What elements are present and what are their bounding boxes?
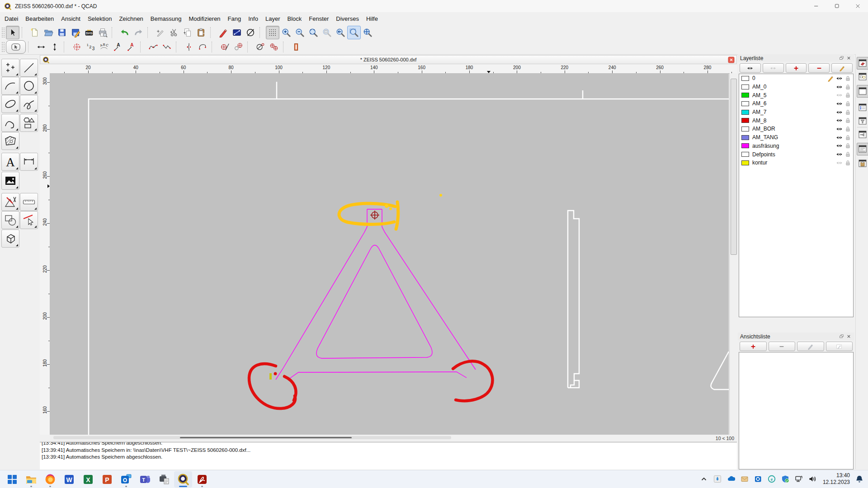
- add-view-button[interactable]: [740, 342, 767, 351]
- cursor-button[interactable]: [6, 26, 19, 39]
- layer-panel-header[interactable]: Layerliste: [738, 54, 854, 62]
- menu-block[interactable]: Block: [283, 14, 305, 24]
- layer-visible-icon[interactable]: [836, 126, 843, 132]
- undo-button[interactable]: [118, 26, 132, 39]
- taskbar-explorer[interactable]: [22, 471, 40, 488]
- layer-lock-icon[interactable]: [844, 117, 851, 124]
- zoom-back-button[interactable]: [334, 26, 347, 39]
- tray-onedrive-icon[interactable]: [724, 471, 738, 487]
- tray-chevron-up-icon[interactable]: [697, 471, 711, 487]
- notification-bell-icon[interactable]: [853, 471, 866, 487]
- hook-button[interactable]: [196, 40, 209, 54]
- folder-open-button[interactable]: [42, 26, 55, 39]
- tray-network-icon[interactable]: [792, 471, 806, 487]
- save-button[interactable]: [55, 26, 69, 39]
- snap-pair-button[interactable]: [231, 40, 245, 54]
- tool-ellipse[interactable]: [1, 95, 19, 113]
- rename-view-button[interactable]: [826, 342, 853, 351]
- taskbar-word[interactable]: W: [60, 471, 78, 488]
- tool-point[interactable]: [1, 59, 19, 77]
- snap-slash-button[interactable]: [254, 40, 267, 54]
- tool-arc[interactable]: [1, 77, 19, 95]
- layer-hidden-icon[interactable]: [836, 160, 843, 166]
- layer-visible-icon[interactable]: [836, 75, 843, 82]
- menu-bemassung[interactable]: Bemassung: [147, 14, 185, 24]
- label-a-red-button[interactable]: A: [124, 40, 138, 54]
- circle-slash-button[interactable]: [244, 26, 257, 39]
- tray-volume-icon[interactable]: [806, 471, 819, 487]
- taskbar-powerpoint[interactable]: P: [98, 471, 116, 488]
- layer-row[interactable]: kontur: [739, 159, 853, 167]
- tool-shape[interactable]: [20, 114, 38, 132]
- layer-lock-icon[interactable]: [844, 75, 851, 82]
- taskbar-qcad[interactable]: [174, 471, 192, 488]
- layer-visible-icon[interactable]: [836, 142, 843, 149]
- taskbar-firefox[interactable]: [41, 471, 59, 488]
- float-panel-icon[interactable]: [838, 55, 845, 61]
- squiggle-button[interactable]: [146, 40, 160, 54]
- layer-row[interactable]: AM_8: [739, 116, 853, 125]
- add-layer-button[interactable]: [786, 63, 807, 73]
- tray-outlook-small-icon[interactable]: [751, 471, 765, 487]
- tool-text[interactable]: A: [1, 153, 19, 171]
- command-console[interactable]: [13:34:41] Automatisches Speichern abges…: [40, 442, 737, 469]
- menu-selektion[interactable]: Selektion: [84, 14, 115, 24]
- copy-button[interactable]: [181, 26, 194, 39]
- layer-row[interactable]: ausfräsung: [739, 142, 853, 150]
- pen-gray-button[interactable]: [154, 26, 167, 39]
- layer-row[interactable]: AM_5: [739, 91, 853, 99]
- vscroll-thumb[interactable]: [731, 79, 737, 255]
- float-panel-icon[interactable]: [838, 333, 845, 340]
- edit-layer-button[interactable]: [831, 63, 853, 73]
- tool-polyline[interactable]: [1, 114, 19, 132]
- dock-text-toggle[interactable]: [857, 143, 868, 155]
- menu-modifizieren[interactable]: Modifizieren: [185, 14, 224, 24]
- layer-visible-icon[interactable]: [836, 109, 843, 116]
- remove-view-button[interactable]: [769, 342, 796, 351]
- tool-snapedit[interactable]: [20, 211, 38, 229]
- taskbar-excel[interactable]: X: [79, 471, 97, 488]
- layer-lock-icon[interactable]: [844, 134, 851, 141]
- layer-visible-icon[interactable]: [836, 100, 843, 107]
- tool-hatch[interactable]: [1, 132, 19, 150]
- drawing-canvas[interactable]: [50, 73, 729, 435]
- layer-row[interactable]: AM_0: [739, 83, 853, 91]
- menu-datei[interactable]: Datei: [1, 14, 22, 24]
- taskbar-clock[interactable]: 13:40 12.12.2023: [823, 472, 850, 486]
- file-new-button[interactable]: [28, 26, 42, 39]
- hscroll-thumb[interactable]: [180, 437, 352, 438]
- tray-tray-drop-icon[interactable]: [711, 471, 724, 487]
- document-titlebar[interactable]: * ZEISS 5060260-000.dxf: [40, 55, 737, 64]
- tool-spline[interactable]: [20, 95, 38, 113]
- grid-button[interactable]: [266, 26, 279, 39]
- menu-zeichnen[interactable]: Zeichnen: [115, 14, 146, 24]
- tray-defender-icon[interactable]: [778, 471, 792, 487]
- arrow-v-button[interactable]: [48, 40, 61, 54]
- pencil-red-button[interactable]: [217, 26, 230, 39]
- menu-info[interactable]: Info: [245, 14, 262, 24]
- layer-visible-icon[interactable]: [836, 134, 843, 141]
- view-list[interactable]: [739, 352, 854, 469]
- maximize-button[interactable]: [826, 0, 847, 12]
- layer-lock-icon[interactable]: [844, 142, 851, 149]
- layer-lock-icon[interactable]: [844, 92, 851, 99]
- tool-modify[interactable]: [1, 211, 19, 229]
- dock-list-toggle[interactable]: [857, 101, 868, 114]
- tool-measure[interactable]: [20, 193, 38, 211]
- document-close-button[interactable]: [728, 56, 735, 63]
- dock-filter-toggle[interactable]: [857, 115, 868, 127]
- remove-layer-button[interactable]: [808, 63, 830, 73]
- layer-row[interactable]: AM_BOR: [739, 125, 853, 133]
- label-a-button[interactable]: A: [111, 40, 124, 54]
- zoom-auto-button[interactable]: [307, 26, 320, 39]
- canvas-horizontal-scrollbar[interactable]: [53, 436, 451, 439]
- view-panel-header[interactable]: Ansichtsliste: [738, 333, 854, 340]
- tray-mail-icon[interactable]: [738, 471, 751, 487]
- show-all-layers-button[interactable]: [740, 63, 761, 73]
- layer-lock-icon[interactable]: [844, 84, 851, 90]
- canvas-vertical-scrollbar[interactable]: [729, 73, 737, 435]
- snap-quad-button[interactable]: [267, 40, 281, 54]
- prefs-blue-button[interactable]: [230, 26, 244, 39]
- close-panel-icon[interactable]: [845, 55, 852, 61]
- edit-view-button[interactable]: [797, 342, 824, 351]
